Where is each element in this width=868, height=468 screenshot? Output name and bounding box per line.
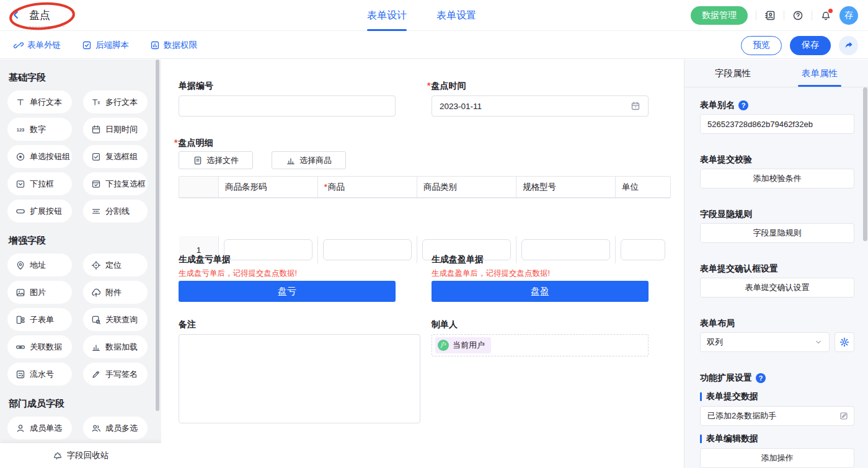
field-item-checkbox-group[interactable]: 复选框组 <box>83 145 148 168</box>
button-icon <box>16 206 25 216</box>
confirm-label: 表单提交确认框设置 <box>700 263 854 275</box>
field-item-image[interactable]: 图片 <box>7 281 72 304</box>
field-item-ext-button[interactable]: 扩展按钮 <box>7 200 72 223</box>
field-item-member-single[interactable]: 成员单选 <box>7 417 72 439</box>
share-button[interactable] <box>839 36 858 55</box>
toolbar-links: 表单外链 后端脚本 数据权限 <box>14 32 197 59</box>
field-item-signature[interactable]: 手写签名 <box>83 363 148 386</box>
remark-textarea[interactable] <box>179 334 420 423</box>
submit-data-label: 表单提交数据 <box>700 391 854 402</box>
add-action-button[interactable]: 添加操作 <box>700 448 854 468</box>
pen-icon <box>91 369 101 379</box>
field-item-subform[interactable]: 子表单 <box>7 308 72 331</box>
field-item-member-multi[interactable]: 成员多选 <box>83 417 148 439</box>
detail-table: 商品条形码 *商品 商品类别 规格型号 单位 1 <box>179 176 671 198</box>
backend-script-item[interactable]: 后端脚本 <box>82 40 129 51</box>
field-recycle-bin[interactable]: 字段回收站 <box>0 443 161 468</box>
field-item-multi-text[interactable]: 多行文本 <box>83 91 148 113</box>
table-header-index <box>179 177 219 197</box>
product-input[interactable] <box>323 239 412 260</box>
section-title-basic: 基础字段 <box>9 72 154 84</box>
data-manage-button[interactable]: 数据管理 <box>691 6 748 25</box>
back-icon[interactable] <box>11 10 21 20</box>
visibility-rules-button[interactable]: 字段显隐规则 <box>700 223 854 243</box>
accent-bar <box>700 435 702 443</box>
tab-form-design[interactable]: 表单设计 <box>367 0 407 31</box>
creator-field[interactable]: 户当前用户 <box>432 334 649 356</box>
unit-input[interactable] <box>621 239 665 260</box>
select-icon <box>16 179 25 189</box>
data-permission-item[interactable]: 数据权限 <box>150 40 197 51</box>
crosshair-icon <box>91 260 101 270</box>
panel-scrollbar[interactable] <box>863 87 867 241</box>
field-item-number[interactable]: 123数字 <box>7 118 72 141</box>
table-header-unit: 单位 <box>616 177 670 197</box>
tab-form-settings[interactable]: 表单设置 <box>436 0 476 31</box>
sidebar-scrollbar[interactable] <box>156 60 159 411</box>
panel-tabs: 字段属性 表单属性 <box>684 60 868 87</box>
form-canvas: 单据编号 *盘点时间 2023-01-117 *盘点明细 选择文件 选择商品 商… <box>161 60 684 468</box>
field-item-multi-select[interactable]: 下拉复选框 <box>83 172 148 195</box>
tab-field-properties[interactable]: 字段属性 <box>715 60 751 87</box>
field-item-address[interactable]: 地址 <box>7 254 72 276</box>
gain-hint: 生成盘盈单后，记得提交盘点数据! <box>432 268 550 279</box>
creator-label: 制单人 <box>432 318 458 330</box>
field-item-select[interactable]: 下拉框 <box>7 172 72 195</box>
field-item-divider[interactable]: 分割线 <box>83 200 148 223</box>
table-header-row: 商品条形码 *商品 商品类别 规格型号 单位 <box>179 177 670 198</box>
current-user-tag[interactable]: 户当前用户 <box>435 337 491 353</box>
field-item-attachment[interactable]: 附件 <box>83 281 148 304</box>
calendar-icon: 7 <box>631 101 640 111</box>
people-icon <box>91 423 101 433</box>
field-item-location[interactable]: 定位 <box>83 254 148 276</box>
data-helper-box[interactable]: 已添加2条数据助手 <box>700 406 854 426</box>
help-icon[interactable]: ? <box>756 373 766 383</box>
contacts-icon[interactable] <box>764 10 776 21</box>
accent-bar <box>700 392 702 401</box>
field-item-serial[interactable]: 流水号 <box>7 363 72 386</box>
field-item-radio-group[interactable]: 单选按钮组 <box>7 145 72 168</box>
doc-no-input[interactable] <box>179 95 396 117</box>
spec-input[interactable] <box>521 239 610 260</box>
add-check-button[interactable]: 添加校验条件 <box>700 169 854 188</box>
help-icon[interactable]: ? <box>738 100 748 110</box>
field-item-relation[interactable]: 关联数据 <box>7 335 72 358</box>
app-window: 盘点 表单设计 表单设置 数据管理 存 表单外链 后端脚本 数据权限 预览 保存 <box>0 0 868 468</box>
title-underline <box>29 26 64 27</box>
bar-chart-icon <box>91 342 101 352</box>
map-pin-icon <box>16 260 25 270</box>
preview-button[interactable]: 预览 <box>741 36 782 55</box>
table-header-product: *商品 <box>318 177 417 197</box>
edit-icon[interactable] <box>839 412 848 420</box>
loss-button[interactable]: 盘亏 <box>179 281 396 302</box>
select-file-button[interactable]: 选择文件 <box>179 151 253 169</box>
save-button[interactable]: 保存 <box>790 36 831 55</box>
serial-icon <box>16 369 25 379</box>
alias-input[interactable]: 526523728d862b79462f32eb <box>700 114 854 134</box>
page-title[interactable]: 盘点 <box>29 8 50 22</box>
chevron-down-icon <box>814 338 823 347</box>
layout-select[interactable]: 双列 <box>700 332 830 352</box>
barcode-input[interactable] <box>224 239 312 260</box>
bell-icon[interactable] <box>820 10 831 21</box>
enhanced-fields-grid: 地址 定位 图片 附件 子表单 关联查询 关联数据 数据加载 流水号 手写签名 <box>7 254 154 386</box>
layout-gear-button[interactable] <box>835 332 854 352</box>
confirm-settings-button[interactable]: 表单提交确认设置 <box>700 278 854 298</box>
gain-button[interactable]: 盘盈 <box>432 281 649 302</box>
svg-text:123: 123 <box>17 126 25 132</box>
main-tabs: 表单设计 表单设置 <box>367 0 476 31</box>
help-icon[interactable] <box>792 10 804 21</box>
select-product-button[interactable]: 选择商品 <box>272 151 346 169</box>
single-text-icon <box>16 97 25 107</box>
external-link-item[interactable]: 表单外链 <box>14 40 61 51</box>
field-item-dataload[interactable]: 数据加载 <box>83 335 148 358</box>
recycle-icon <box>53 451 63 461</box>
field-item-single-text[interactable]: 单行文本 <box>7 91 72 113</box>
number-icon: 123 <box>16 125 25 135</box>
field-item-datetime[interactable]: 日期时间 <box>83 118 148 141</box>
tab-form-properties[interactable]: 表单属性 <box>802 60 838 87</box>
field-item-lookup[interactable]: 关联查询 <box>83 308 148 331</box>
avatar[interactable]: 存 <box>839 6 858 25</box>
date-input[interactable]: 2023-01-117 <box>432 95 649 117</box>
toolbar-actions: 预览 保存 <box>741 32 858 59</box>
